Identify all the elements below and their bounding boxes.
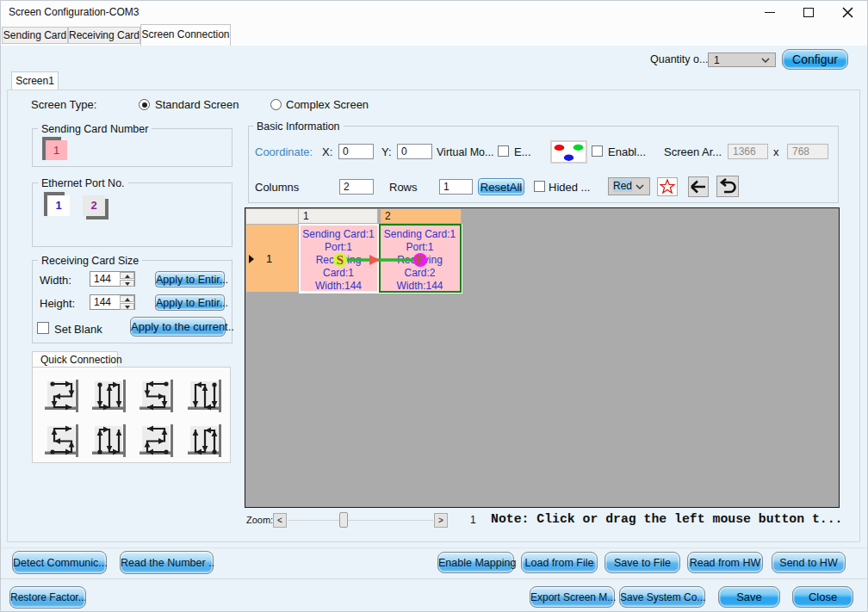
svg-text:E: E xyxy=(416,253,425,267)
svg-text:S: S xyxy=(337,253,344,267)
